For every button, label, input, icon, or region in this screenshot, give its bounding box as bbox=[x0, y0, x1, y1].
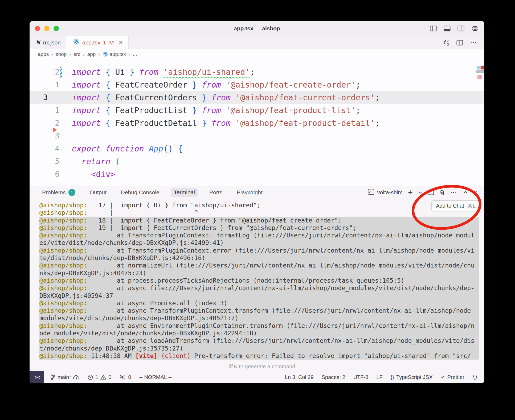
terminal-line: @aishop/shop: at process.processTicksAnd… bbox=[39, 277, 479, 284]
panel-tab-debug-console[interactable]: Debug Console bbox=[118, 188, 162, 197]
add-to-chat-tooltip[interactable]: Add to Chat ⌘L bbox=[431, 200, 480, 211]
kill-terminal-trash-icon[interactable] bbox=[439, 190, 445, 196]
ruler-scrollbar[interactable] bbox=[476, 70, 484, 73]
window-title: app.tsx — aishop bbox=[30, 21, 484, 36]
code-line[interactable]: 3 bbox=[30, 130, 484, 142]
code-text: import { Ui } from 'aishop/ui-shared'; bbox=[72, 66, 255, 79]
broadcast-icon bbox=[119, 374, 126, 380]
statusbar-label: Ln 3, Col 29 bbox=[285, 374, 314, 380]
terminal-line: @aishop/shop: at async EnvironmentPlugin… bbox=[39, 322, 479, 330]
breadcrumb-separator: › bbox=[69, 52, 71, 57]
code-line[interactable]: 5 return ( bbox=[30, 155, 484, 168]
statusbar-label: main* bbox=[58, 374, 71, 380]
panel-tab-ports[interactable]: Ports bbox=[207, 188, 225, 197]
panel-tab-output[interactable]: Output bbox=[87, 188, 109, 197]
breadcrumb-item-[interactable]: ... bbox=[133, 51, 137, 57]
problems-count-badge: 1 bbox=[68, 189, 75, 196]
code-editor[interactable]: 2import { Ui } from 'aishop/ui-shared';1… bbox=[30, 59, 484, 186]
toggle-primary-sidebar-icon[interactable] bbox=[430, 25, 437, 32]
maximize-panel-chevron-up-icon[interactable] bbox=[463, 191, 468, 194]
close-tab-icon[interactable]: ✕ bbox=[119, 39, 123, 46]
breadcrumb-item-shop[interactable]: shop bbox=[56, 51, 67, 57]
code-line[interactable]: 4export function App() { bbox=[30, 142, 484, 155]
warning-triangle-icon bbox=[100, 374, 106, 380]
code-text: return ( bbox=[72, 155, 120, 168]
statusbar-item-main-[interactable]: main* bbox=[51, 374, 80, 380]
open-changes-icon[interactable] bbox=[443, 39, 449, 46]
remote-indicator[interactable]: >< bbox=[30, 371, 44, 383]
panel-tab-playwright[interactable]: Playwright bbox=[234, 188, 265, 197]
statusbar-prefix-glyph: {} bbox=[391, 374, 394, 380]
terminal-line: @aishop/shop: at async TransformPluginCo… bbox=[39, 307, 479, 314]
statusbar-item-prettier[interactable]: ✓Prettier bbox=[441, 374, 464, 380]
react-logo-icon bbox=[103, 52, 108, 57]
statusbar-label: -- NORMAL -- bbox=[139, 374, 172, 380]
tab-label: app.tsx bbox=[82, 39, 100, 46]
tab-nx-json[interactable]: N nx.json bbox=[30, 36, 66, 49]
terminal-output[interactable]: @aishop/shop: 17 | import { Ui } from "a… bbox=[30, 199, 484, 371]
split-editor-icon[interactable] bbox=[456, 40, 463, 46]
statusbar-prefix-glyph: ✓ bbox=[441, 374, 445, 380]
panel-tab-label: Problems bbox=[42, 189, 66, 196]
statusbar-item-icon[interactable] bbox=[472, 374, 477, 380]
terminal-instance[interactable]: volta-shim bbox=[368, 189, 403, 196]
terminal-line: es/vite/dist/node/chunks/dep-DBxKXgDP.js… bbox=[39, 239, 479, 246]
breadcrumb-item-apptsx[interactable]: app.tsx bbox=[103, 51, 126, 57]
statusbar-label: 1 bbox=[95, 374, 98, 380]
statusbar-label: Prettier bbox=[447, 374, 464, 380]
statusbar-item-0[interactable]: 0 bbox=[119, 374, 131, 380]
statusbar-item-1[interactable]: 10 bbox=[88, 374, 111, 380]
ruler-mark-red bbox=[481, 66, 484, 69]
code-line[interactable]: 1import { FeatProductList } from '@aisho… bbox=[30, 104, 484, 117]
code-line[interactable]: 6 <div> bbox=[30, 168, 484, 181]
panel-tab-label: Output bbox=[90, 189, 107, 196]
statusbar-label: LF bbox=[376, 374, 382, 380]
tab-app-tsx[interactable]: app.tsx 1, M ✕ bbox=[66, 36, 129, 49]
tooltip-label: Add to Chat bbox=[436, 203, 464, 209]
statusbar-item-ln-3-col-29[interactable]: Ln 3, Col 29 bbox=[285, 374, 314, 380]
breadcrumb-item-apps[interactable]: apps bbox=[38, 51, 49, 57]
code-line[interactable]: 1import { FeatCreateOrder } from '@aisho… bbox=[30, 79, 484, 91]
statusbar-item-spaces-2[interactable]: Spaces: 2 bbox=[322, 374, 345, 380]
code-text: <div> bbox=[72, 168, 115, 181]
toggle-secondary-sidebar-icon[interactable] bbox=[457, 25, 464, 32]
statusbar-item-typescript-jsx[interactable]: {}TypeScript JSX bbox=[391, 374, 433, 380]
new-terminal-icon[interactable]: + bbox=[408, 188, 413, 197]
statusbar-label: Spaces: 2 bbox=[322, 374, 345, 380]
code-text: import { FeatProductDetail } from '@aish… bbox=[72, 117, 380, 130]
overview-ruler bbox=[475, 59, 484, 186]
more-actions-icon[interactable]: ⋯ bbox=[470, 39, 477, 47]
code-line[interactable]: 2import { Ui } from 'aishop/ui-shared'; bbox=[30, 66, 484, 79]
statusbar-item-utf-8[interactable]: UTF-8 bbox=[353, 374, 369, 380]
bell-icon bbox=[472, 374, 477, 380]
statusbar-label: 0 bbox=[108, 374, 111, 380]
statusbar-label: UTF-8 bbox=[353, 374, 369, 380]
line-number: 1 bbox=[30, 79, 59, 91]
close-panel-icon[interactable]: ✕ bbox=[473, 189, 478, 196]
panel-tab-problems[interactable]: Problems1 bbox=[39, 188, 78, 197]
code-line[interactable]: 3import { FeatCurrentOrders } from '@ais… bbox=[30, 91, 484, 104]
statusbar-item-lf[interactable]: LF bbox=[376, 374, 382, 380]
terminal-line: @aishop/shop: at async Promise.all (inde… bbox=[39, 299, 479, 307]
git-deleted-marker bbox=[53, 127, 57, 132]
terminal-line: @aishop/shop: at async file:///Users/jur… bbox=[39, 284, 479, 292]
breadcrumb-separator: › bbox=[129, 52, 130, 57]
line-number: 2 bbox=[30, 66, 59, 79]
chevron-down-icon[interactable] bbox=[418, 191, 422, 194]
nx-logo-icon: N bbox=[36, 39, 40, 46]
code-text: import { FeatCreateOrder } from '@aishop… bbox=[72, 79, 361, 91]
code-line[interactable]: 2import { FeatProductDetail } from '@ais… bbox=[30, 117, 484, 130]
tooltip-shortcut: ⌘L bbox=[467, 203, 476, 209]
terminal-line: nks/dep-DBxKXgDP.js:40475:23) bbox=[39, 269, 479, 277]
toggle-panel-icon[interactable] bbox=[444, 25, 451, 32]
statusbar-item--normal-[interactable]: -- NORMAL -- bbox=[139, 374, 172, 380]
vscode-window: app.tsx — aishop N nx.json app.t bbox=[30, 21, 484, 383]
settings-gear-icon[interactable] bbox=[471, 25, 479, 32]
terminal-line: ode_modules/vite/dist/node/chunks/dep-DB… bbox=[39, 330, 479, 337]
split-terminal-icon[interactable] bbox=[428, 190, 434, 195]
panel-tab-terminal[interactable]: Terminal bbox=[171, 188, 198, 197]
panel-more-actions-icon[interactable]: ⋯ bbox=[450, 188, 458, 197]
breadcrumb-item-app[interactable]: app bbox=[87, 51, 96, 57]
breadcrumb-item-src[interactable]: src bbox=[73, 51, 80, 57]
terminal-line: @aishop/shop: 18 | import { FeatCreateOr… bbox=[39, 217, 479, 224]
